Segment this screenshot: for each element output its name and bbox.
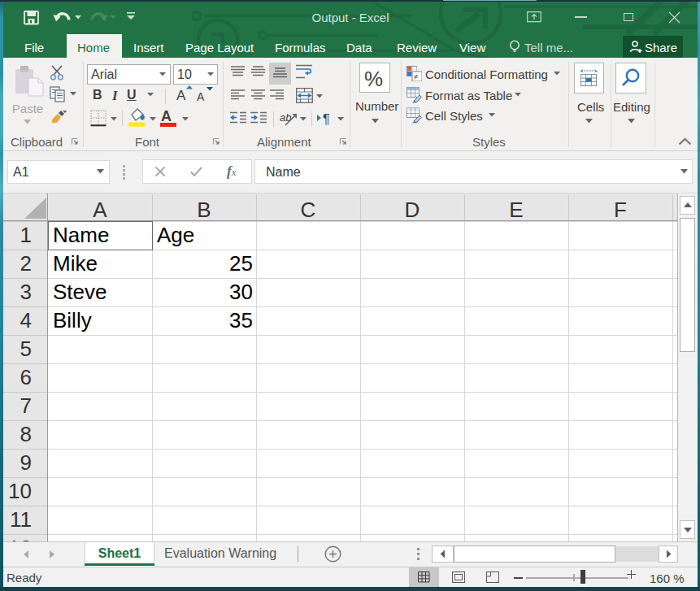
svg-text:≠: ≠ xyxy=(414,72,419,81)
svg-text:¶: ¶ xyxy=(323,112,330,125)
